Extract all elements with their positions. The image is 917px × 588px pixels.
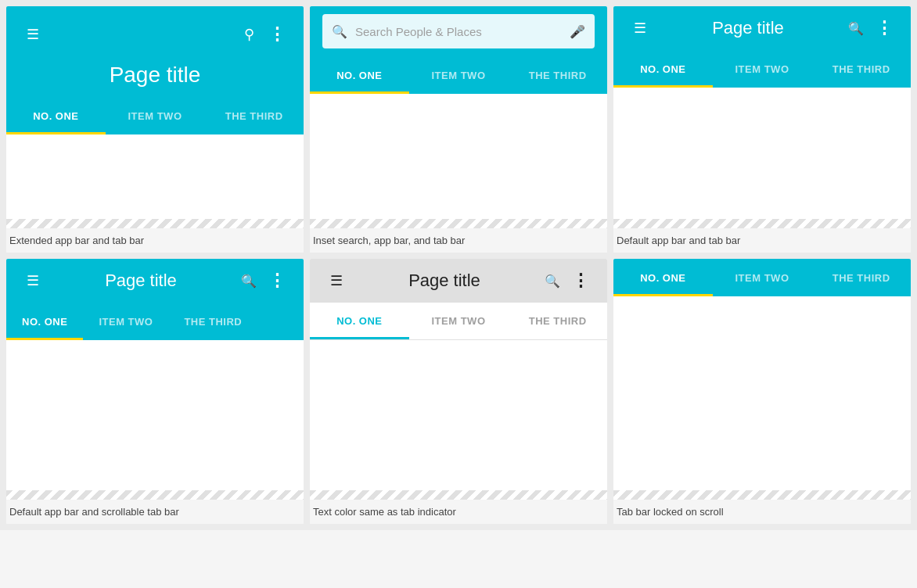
tab-item-two[interactable]: ITEM TWO [713, 50, 812, 88]
card-inset-search: 🔍 Search People & Places 🎤 NO. ONE ITEM … [310, 6, 607, 253]
caption: Default app bar and tab bar [613, 228, 911, 253]
card-default-appbar: ☰ Page title 🔍 ⋮ NO. ONE ITEM TWO THE TH… [613, 6, 911, 253]
extended-app-bar: ☰ ⚲ ⋮ Page title [6, 6, 304, 97]
default-app-bar: ☰ Page title 🔍 ⋮ [613, 6, 911, 50]
tab-the-third[interactable]: THE THIRD [811, 50, 911, 88]
tab-the-third[interactable]: THE THIRD [508, 56, 607, 94]
main-grid: ☰ ⚲ ⋮ Page title NO. ONE ITEM TWO THE TH… [0, 0, 917, 530]
search-placeholder: Search People & Places [355, 25, 570, 38]
hamburger-icon[interactable]: ☰ [19, 267, 47, 295]
more-icon[interactable]: ⋮ [263, 20, 291, 48]
caption: Default app bar and scrollable tab bar [6, 500, 304, 524]
hamburger-icon[interactable]: ☰ [626, 14, 654, 42]
card-extended-appbar: ☰ ⚲ ⋮ Page title NO. ONE ITEM TWO THE TH… [6, 6, 304, 253]
locked-tab-bar: NO. ONE ITEM TWO THE THIRD [613, 259, 911, 296]
content-area [6, 340, 304, 500]
card-text-color-tabs: ☰ Page title 🔍 ⋮ NO. ONE ITEM TWO THE TH… [310, 259, 607, 524]
search-icon[interactable]: 🔍 [538, 267, 566, 295]
hamburger-icon[interactable]: ☰ [19, 20, 47, 48]
hamburger-icon[interactable]: ☰ [322, 267, 351, 295]
caption: Tab bar locked on scroll [613, 500, 911, 524]
search-icon[interactable]: ⚲ [235, 20, 263, 48]
search-bar: 🔍 Search People & Places 🎤 [310, 6, 607, 56]
content-area [613, 296, 911, 500]
content-area [613, 88, 911, 228]
search-icon[interactable]: 🔍 [235, 267, 263, 295]
caption: Inset search, app bar, and tab bar [310, 228, 607, 253]
card-scrollable-tabs: ☰ Page title 🔍 ⋮ NO. ONE ITEM TWO THE TH… [6, 259, 304, 524]
light-tab-bar: NO. ONE ITEM TWO THE THIRD [310, 303, 607, 340]
tab-bar: NO. ONE ITEM TWO THE THIRD [613, 50, 911, 88]
tab-item-two[interactable]: ITEM TWO [83, 303, 168, 340]
search-icon[interactable]: 🔍 [842, 14, 870, 42]
tab-the-third[interactable]: THE THIRD [204, 97, 304, 134]
content-area [6, 134, 304, 228]
gray-app-bar: ☰ Page title 🔍 ⋮ [310, 259, 607, 303]
tab-no-one[interactable]: NO. ONE [6, 303, 83, 340]
tab-the-third[interactable]: THE THIRD [811, 259, 911, 296]
page-title: Page title [47, 271, 235, 291]
scrollable-tab-bar: NO. ONE ITEM TWO THE THIRD [6, 303, 304, 340]
tab-item-two[interactable]: ITEM TWO [409, 303, 509, 339]
content-area [310, 94, 607, 228]
tab-no-one[interactable]: NO. ONE [310, 303, 409, 339]
more-icon[interactable]: ⋮ [870, 14, 898, 42]
tab-item-two[interactable]: ITEM TWO [713, 259, 812, 296]
tab-no-one[interactable]: NO. ONE [6, 97, 106, 134]
tab-the-third[interactable]: THE THIRD [168, 303, 257, 340]
tab-item-two[interactable]: ITEM TWO [106, 97, 205, 134]
tab-bar: NO. ONE ITEM TWO THE THIRD [310, 56, 607, 94]
caption: Extended app bar and tab bar [6, 228, 304, 253]
tab-the-third[interactable]: THE THIRD [508, 303, 607, 339]
mic-icon: 🎤 [570, 24, 585, 39]
tab-item-two[interactable]: ITEM TWO [409, 56, 509, 94]
page-title: Page title [351, 271, 538, 291]
search-input-wrap[interactable]: 🔍 Search People & Places 🎤 [322, 14, 595, 48]
tab-no-one[interactable]: NO. ONE [310, 56, 409, 94]
search-icon: 🔍 [332, 24, 347, 39]
tab-no-one[interactable]: NO. ONE [613, 259, 713, 296]
caption: Text color same as tab indicator [310, 500, 607, 524]
content-area [310, 340, 607, 500]
card-locked-tabs: NO. ONE ITEM TWO THE THIRD Tab bar locke… [613, 259, 911, 524]
page-title: Page title [654, 18, 842, 38]
more-icon[interactable]: ⋮ [263, 267, 291, 295]
page-title: Page title [19, 56, 291, 97]
tab-bar: NO. ONE ITEM TWO THE THIRD [6, 97, 304, 134]
default-app-bar-2: ☰ Page title 🔍 ⋮ [6, 259, 304, 303]
more-icon[interactable]: ⋮ [566, 267, 595, 295]
tab-no-one[interactable]: NO. ONE [613, 50, 713, 88]
